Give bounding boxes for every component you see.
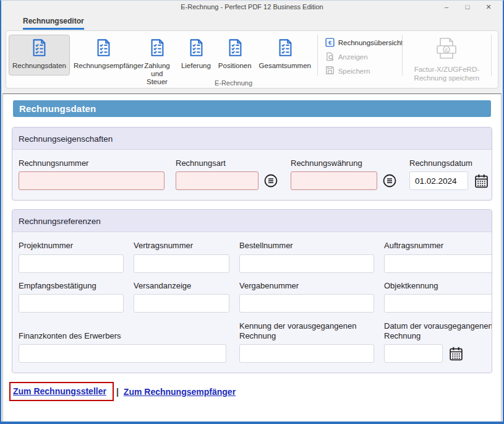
section-body: Rechnungsnummer Rechnungsart bbox=[12, 150, 492, 200]
rechnungsdatum-calendar-button[interactable] bbox=[473, 173, 489, 189]
focus-rectangle: Zum Rechnungssteller bbox=[9, 382, 114, 401]
section-header: Rechnungseigenschaften bbox=[12, 128, 492, 150]
field-rechnungsnummer: Rechnungsnummer bbox=[19, 158, 164, 190]
field-rechnungswaehrung: Rechnungswährung bbox=[291, 158, 398, 190]
rechnungswaehrung-input[interactable] bbox=[291, 171, 377, 190]
ribbon-divider bbox=[317, 35, 318, 76]
invoice-checklist-icon bbox=[276, 38, 294, 60]
ribbon-button-gesamtsummen[interactable]: Gesamtsummen bbox=[255, 35, 315, 76]
small-button-label: Anzeigen bbox=[338, 53, 368, 61]
field-bestellnummer: Bestellnummer bbox=[239, 241, 374, 272]
ribbon-tab-row: Rechnungseditor bbox=[1, 13, 503, 30]
field-label: Kennung der vorausgegangenen Rechnung bbox=[239, 321, 374, 342]
objektkennung-input[interactable] bbox=[384, 294, 492, 313]
field-label: Vergabenummer bbox=[239, 281, 374, 291]
svg-text:€: € bbox=[445, 47, 448, 53]
invoice-checklist-icon bbox=[187, 38, 205, 60]
ribbon-group-label: E-Rechnung bbox=[6, 79, 461, 87]
ribbon-divider bbox=[491, 35, 492, 76]
section-rechnungsreferenzen: Rechnungsreferenzen Projektnummer Vertra… bbox=[12, 209, 492, 373]
tab-rechnungseditor[interactable]: Rechnungseditor bbox=[23, 17, 84, 30]
field-rechnungsdatum: Rechnungsdatum bbox=[409, 158, 492, 190]
title-bar: E-Rechnung - Perfect PDF 12 Business Edi… bbox=[1, 1, 503, 13]
rechnungsart-list-picker-button[interactable] bbox=[263, 173, 278, 188]
invoice-checklist-icon bbox=[94, 38, 113, 60]
empfangsbestaetigung-input[interactable] bbox=[19, 294, 124, 313]
datum-vorausgegangene-rechnung-calendar-button[interactable] bbox=[448, 345, 464, 361]
finanzkonten-input[interactable] bbox=[19, 344, 226, 363]
save-icon bbox=[325, 66, 335, 76]
rechnungsart-input[interactable] bbox=[176, 171, 258, 190]
field-label: Rechnungswährung bbox=[291, 158, 398, 168]
vergabenummer-input[interactable] bbox=[239, 294, 374, 313]
minimize-button[interactable]: – bbox=[436, 1, 457, 13]
bottom-links: Zum Rechnungssteller | Zum Rechnungsempf… bbox=[12, 382, 492, 401]
window-controls: – □ ✕ bbox=[436, 1, 499, 13]
section-title: Rechnungseigenschaften bbox=[19, 134, 113, 144]
bestellnummer-input[interactable] bbox=[239, 254, 374, 273]
ribbon-button-rechnungsdaten[interactable]: Rechnungsdaten bbox=[9, 35, 70, 76]
window-title: E-Rechnung - Perfect PDF 12 Business Edi… bbox=[181, 3, 323, 11]
page-title: Rechnungsdaten bbox=[19, 103, 96, 114]
field-label: Objektkennung bbox=[384, 281, 492, 291]
rechnungsuebersicht-button[interactable]: € Rechnungsübersicht bbox=[325, 37, 396, 49]
rechnungsnummer-input[interactable] bbox=[19, 171, 164, 190]
field-label: Versandanzeige bbox=[134, 281, 229, 291]
zum-rechnungsempfaenger-link[interactable]: Zum Rechnungsempfänger bbox=[124, 387, 236, 397]
ribbon-button-lieferung[interactable]: Lieferung bbox=[177, 35, 215, 76]
projektnummer-input[interactable] bbox=[19, 254, 124, 273]
field-kennung-vorausgegangene-rechnung: Kennung der vorausgegangenen Rechnung bbox=[239, 321, 374, 363]
zum-rechnungssteller-link[interactable]: Zum Rechnungssteller bbox=[13, 386, 106, 396]
close-button[interactable]: ✕ bbox=[478, 1, 499, 13]
section-body: Projektnummer Vertragsnummer Bestellnumm… bbox=[12, 232, 492, 373]
ribbon-group-e-rechnung: Rechnungsdaten Rechnungsempfänger Zahlun… bbox=[6, 30, 498, 89]
datum-vorausgegangene-rechnung-input[interactable] bbox=[384, 344, 443, 363]
field-label: Projektnummer bbox=[19, 241, 124, 251]
field-auftragsnummer: Auftragsnummer bbox=[384, 241, 492, 272]
ribbon-button-label: Rechnungsempfänger bbox=[74, 62, 133, 70]
field-label: Vertragsnummer bbox=[134, 241, 229, 251]
vertragsnummer-input[interactable] bbox=[134, 254, 229, 273]
ribbon-button-positionen[interactable]: Positionen bbox=[215, 35, 255, 76]
field-empfangsbestaetigung: Empfangsbestätigung bbox=[19, 281, 124, 313]
facturx-document-euro-icon: € bbox=[433, 37, 460, 64]
calendar-icon bbox=[448, 346, 464, 361]
field-objektkennung: Objektkennung bbox=[384, 281, 492, 313]
kennung-vorausgegangene-rechnung-input[interactable] bbox=[239, 344, 374, 363]
preview-magnifier-icon bbox=[325, 52, 335, 63]
menu-circle-icon bbox=[263, 173, 278, 188]
field-label: Finanzkonten des Erwerbers bbox=[19, 331, 229, 341]
svg-text:€: € bbox=[328, 40, 332, 46]
field-rechnungsart: Rechnungsart bbox=[176, 158, 280, 190]
auftragsnummer-input[interactable] bbox=[384, 254, 492, 273]
speichern-button[interactable]: Speichern bbox=[325, 65, 396, 77]
maximize-button[interactable]: □ bbox=[457, 1, 478, 13]
field-finanzkonten: Finanzkonten des Erwerbers bbox=[19, 321, 229, 363]
field-projektnummer: Projektnummer bbox=[19, 241, 124, 272]
section-header: Rechnungsreferenzen bbox=[12, 210, 492, 232]
content-panel: Rechnungsdaten Rechnungseigenschaften Re… bbox=[2, 93, 502, 422]
page-header: Rechnungsdaten bbox=[13, 100, 491, 117]
field-versandanzeige: Versandanzeige bbox=[134, 281, 229, 313]
menu-circle-icon bbox=[382, 173, 397, 188]
facturx-speichern-button[interactable]: € Factur-X/ZUGFeRD-Rechnung speichern bbox=[404, 35, 489, 77]
invoice-checklist-icon bbox=[30, 38, 48, 60]
small-button-label: Speichern bbox=[338, 67, 370, 75]
field-label: Auftragsnummer bbox=[384, 241, 492, 251]
app-window: E-Rechnung - Perfect PDF 12 Business Edi… bbox=[0, 0, 504, 424]
ribbon-button-zahlung-und-steuer[interactable]: Zahlung und Steuer bbox=[137, 35, 177, 76]
rechnungswaehrung-list-picker-button[interactable] bbox=[382, 173, 397, 188]
ribbon-button-rechnungsempfaenger[interactable]: Rechnungsempfänger bbox=[70, 35, 137, 76]
field-datum-vorausgegangene-rechnung: Datum der vorausgegangenen Rechnung bbox=[384, 321, 492, 363]
versandanzeige-input[interactable] bbox=[134, 294, 229, 313]
field-label: Rechnungsnummer bbox=[19, 158, 164, 168]
rechnungsdatum-input[interactable] bbox=[409, 171, 468, 190]
invoice-checklist-icon bbox=[226, 38, 244, 60]
ribbon: Rechnungsdaten Rechnungsempfänger Zahlun… bbox=[1, 30, 503, 93]
section-title: Rechnungsreferenzen bbox=[19, 217, 101, 226]
anzeigen-button[interactable]: Anzeigen bbox=[325, 51, 396, 63]
link-separator: | bbox=[116, 387, 119, 397]
small-button-label: Rechnungsübersicht bbox=[338, 39, 403, 46]
field-vertragsnummer: Vertragsnummer bbox=[134, 241, 229, 272]
ribbon-button-label: Rechnungsdaten bbox=[12, 62, 66, 70]
